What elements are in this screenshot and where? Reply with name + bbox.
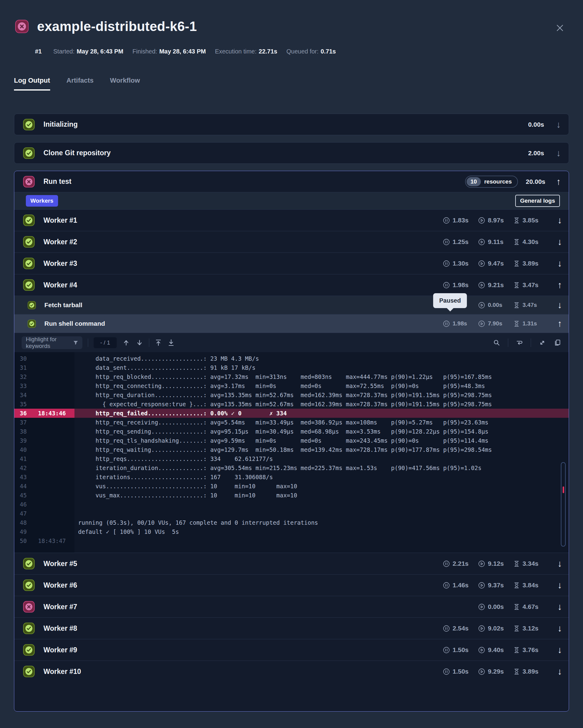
log-gutter[interactable]: 38 bbox=[14, 427, 74, 436]
chevron-down-icon[interactable]: ↓ bbox=[556, 149, 561, 158]
log-line-number[interactable]: 49 bbox=[14, 527, 34, 536]
log-gutter[interactable]: 35 bbox=[14, 399, 74, 409]
section-row-initializing[interactable]: Initializing 0.00s ↓ bbox=[14, 114, 569, 135]
worker-row[interactable]: Worker #101.50s9.29s3.89s↓ bbox=[14, 660, 569, 682]
log-line-number[interactable]: 31 bbox=[14, 363, 34, 372]
chevron-up-icon[interactable]: ↑ bbox=[556, 177, 561, 186]
log-line-text: http_reqs......................: 334 62.… bbox=[74, 454, 273, 463]
close-icon[interactable] bbox=[554, 23, 565, 33]
log-gutter[interactable]: 41 bbox=[14, 454, 74, 463]
general-logs-button[interactable]: General logs bbox=[515, 195, 560, 207]
log-line-number[interactable]: 37 bbox=[14, 418, 34, 427]
log-line-number[interactable]: 40 bbox=[14, 445, 34, 454]
log-line-number[interactable]: 47 bbox=[14, 509, 34, 518]
log-gutter[interactable]: 47 bbox=[14, 509, 74, 518]
chevron-down-icon[interactable]: ↓ bbox=[557, 215, 562, 225]
next-match-icon[interactable] bbox=[135, 339, 144, 347]
wrap-lines-icon[interactable] bbox=[515, 339, 524, 347]
log-scrollbar-thumb[interactable] bbox=[563, 487, 564, 493]
log-line-number[interactable]: 50 bbox=[14, 536, 34, 545]
chevron-down-icon[interactable]: ↓ bbox=[557, 666, 562, 676]
worker-row[interactable]: Worker #91.50s9.40s3.76s↓ bbox=[14, 639, 569, 660]
search-input[interactable]: Highlight for keywords bbox=[22, 336, 82, 349]
log-gutter[interactable]: 40 bbox=[14, 445, 74, 454]
log-line: 34 http_req_duration..............: avg=… bbox=[14, 390, 569, 399]
log-line-number[interactable]: 48 bbox=[14, 518, 34, 527]
chevron-up-icon[interactable]: ↑ bbox=[557, 280, 562, 290]
worker-row[interactable]: Worker #21.25s9.11s4.30s↓ bbox=[14, 231, 569, 253]
worker-row[interactable]: Worker #82.54s9.02s3.12s↓ bbox=[14, 617, 569, 639]
section-row-run-test[interactable]: Run test 10 resources 20.00s ↑ bbox=[14, 171, 569, 192]
log-line-number[interactable]: 43 bbox=[14, 472, 34, 482]
log-line-timestamp bbox=[34, 445, 38, 454]
resources-badge[interactable]: 10 resources bbox=[465, 176, 518, 188]
log-gutter[interactable]: 33 bbox=[14, 381, 74, 390]
log-line-number[interactable]: 44 bbox=[14, 482, 34, 491]
status-passed-icon bbox=[23, 119, 35, 130]
log-line-number[interactable]: 46 bbox=[14, 500, 34, 509]
log-gutter[interactable]: 32 bbox=[14, 372, 74, 381]
log-gutter[interactable]: 43 bbox=[14, 472, 74, 482]
scroll-to-top-icon[interactable] bbox=[155, 339, 162, 347]
log-gutter[interactable]: 30 bbox=[14, 354, 74, 363]
log-line-number[interactable]: 42 bbox=[14, 463, 34, 472]
chevron-down-icon[interactable]: ↓ bbox=[557, 623, 562, 633]
search-icon[interactable] bbox=[493, 339, 501, 347]
substep-run-shell-command[interactable]: Run shell command 1.98s 7.90s 1.31s ↑ bbox=[14, 314, 569, 333]
log-gutter[interactable]: 3618:43:46 bbox=[14, 409, 74, 418]
log-gutter[interactable]: 44 bbox=[14, 482, 74, 491]
expand-fullscreen-icon[interactable] bbox=[538, 339, 546, 347]
tab-workflow[interactable]: Workflow bbox=[110, 77, 140, 90]
section-clone-git: Clone Git repository 2.00s ↓ bbox=[14, 142, 569, 164]
chevron-up-icon[interactable]: ↑ bbox=[557, 318, 562, 329]
log-line-number[interactable]: 34 bbox=[14, 390, 34, 399]
chevron-down-icon[interactable]: ↓ bbox=[557, 558, 562, 569]
worker-row[interactable]: Worker #31.30s9.47s3.89s↓ bbox=[14, 253, 569, 274]
tab-log-output[interactable]: Log Output bbox=[14, 77, 50, 90]
log-gutter[interactable]: 34 bbox=[14, 390, 74, 399]
worker-row[interactable]: Worker #70.00s4.67s↓ bbox=[14, 596, 569, 617]
log-gutter[interactable]: 46 bbox=[14, 500, 74, 509]
log-line-number[interactable]: 41 bbox=[14, 454, 34, 463]
status-passed-icon bbox=[28, 301, 36, 309]
section-row-clone-git[interactable]: Clone Git repository 2.00s ↓ bbox=[14, 142, 569, 163]
log-gutter[interactable]: 45 bbox=[14, 491, 74, 500]
log-line-number[interactable]: 38 bbox=[14, 427, 34, 436]
log-line-number[interactable]: 30 bbox=[14, 354, 34, 363]
tab-artifacts[interactable]: Artifacts bbox=[67, 77, 94, 90]
log-line-number[interactable]: 45 bbox=[14, 491, 34, 500]
log-line-number[interactable]: 39 bbox=[14, 436, 34, 445]
copy-logs-icon[interactable] bbox=[554, 339, 561, 347]
scroll-to-bottom-icon[interactable] bbox=[168, 339, 175, 347]
log-gutter[interactable]: 48 bbox=[14, 518, 74, 527]
log-line-number[interactable]: 32 bbox=[14, 372, 34, 381]
log-line-text bbox=[74, 536, 78, 545]
worker-row[interactable]: Worker #61.46s9.37s3.84s↓ bbox=[14, 574, 569, 596]
chevron-down-icon[interactable]: ↓ bbox=[557, 237, 562, 247]
log-line-number[interactable]: 33 bbox=[14, 381, 34, 390]
log-gutter[interactable]: 49 bbox=[14, 527, 74, 536]
chevron-down-icon[interactable]: ↓ bbox=[557, 645, 562, 655]
chevron-down-icon[interactable]: ↓ bbox=[557, 580, 562, 590]
worker-row[interactable]: Worker #41.98s9.21s3.47s↑ bbox=[14, 274, 569, 296]
log-line-number[interactable]: 35 bbox=[14, 399, 34, 409]
chevron-down-icon[interactable]: ↓ bbox=[556, 120, 561, 129]
previous-match-icon[interactable] bbox=[122, 339, 130, 347]
log-gutter[interactable]: 37 bbox=[14, 418, 74, 427]
log-gutter[interactable]: 5018:43:47 bbox=[14, 536, 74, 545]
log-gutter[interactable]: 31 bbox=[14, 363, 74, 372]
paused-duration: 1.30s bbox=[443, 260, 478, 267]
chevron-down-icon[interactable]: ↓ bbox=[557, 258, 562, 268]
workers-button[interactable]: Workers bbox=[26, 195, 58, 207]
log-line-number[interactable]: 36 bbox=[14, 409, 34, 418]
section-run-test: Run test 10 resources 20.00s ↑ Workers G… bbox=[14, 171, 569, 711]
log-gutter[interactable]: 39 bbox=[14, 436, 74, 445]
chevron-down-icon[interactable]: ↓ bbox=[557, 300, 562, 310]
log-line: 42 iteration_duration.............: avg=… bbox=[14, 463, 569, 472]
worker-row[interactable]: Worker #11.83s8.97s3.85s↓ bbox=[14, 209, 569, 231]
chevron-down-icon[interactable]: ↓ bbox=[557, 602, 562, 612]
log-scrollbar[interactable] bbox=[561, 462, 566, 547]
substep-fetch-tarball[interactable]: Fetch tarball 0.00s 3.47s ↓ bbox=[14, 296, 569, 314]
log-gutter[interactable]: 42 bbox=[14, 463, 74, 472]
worker-row[interactable]: Worker #52.21s9.12s3.34s↓ bbox=[14, 553, 569, 574]
